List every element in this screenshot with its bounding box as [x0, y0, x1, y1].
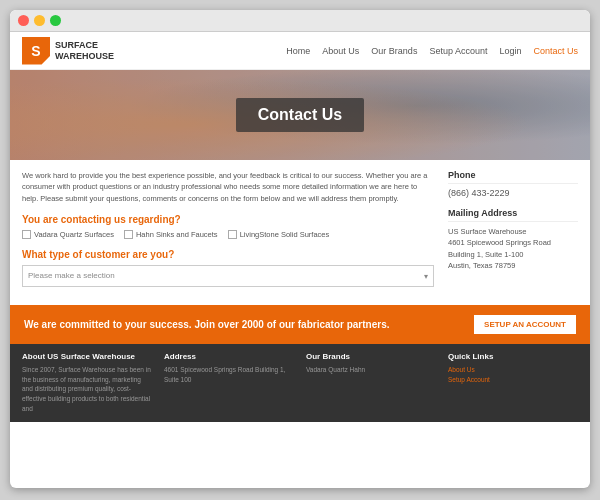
nav-login[interactable]: Login [499, 46, 521, 56]
footer: About US Surface Warehouse Since 2007, S… [10, 344, 590, 422]
footer-about-heading: About US Surface Warehouse [22, 352, 152, 361]
phone-label: Phone [448, 170, 578, 184]
minimize-dot[interactable] [34, 15, 45, 26]
footer-quicklinks-heading: Quick Links [448, 352, 578, 361]
content-right: Phone (866) 433-2229 Mailing Address US … [448, 170, 578, 287]
nav-about[interactable]: About Us [322, 46, 359, 56]
hero-section: Contact Us [10, 70, 590, 160]
nav-brands[interactable]: Our Brands [371, 46, 417, 56]
customer-heading: What type of customer are you? [22, 249, 434, 260]
footer-brands-text: Vadara Quartz Hahn [306, 365, 436, 375]
checkboxes-group: Vadara Quartz Surfaces Hahn Sinks and Fa… [22, 230, 434, 239]
content-left: We work hard to provide you the best exp… [22, 170, 434, 287]
footer-address-text: 4601 Spicewood Springs Road Building 1, … [164, 365, 294, 385]
footer-address-heading: Address [164, 352, 294, 361]
phone-number: (866) 433-2229 [448, 188, 578, 198]
footer-brands-heading: Our Brands [306, 352, 436, 361]
phone-section: Phone (866) 433-2229 [448, 170, 578, 198]
intro-text: We work hard to provide you the best exp… [22, 170, 434, 204]
footer-quicklinks: Quick Links About Us Setup Account [448, 352, 578, 414]
logo[interactable]: S SURFACE WAREHOUSE [22, 37, 114, 65]
checkbox-living-box[interactable] [228, 230, 237, 239]
close-dot[interactable] [18, 15, 29, 26]
maximize-dot[interactable] [50, 15, 61, 26]
customer-select-wrapper: Please make a selection ▾ [22, 265, 434, 287]
address-text: US Surface Warehouse 4601 Spicewood Spri… [448, 226, 578, 271]
footer-quicklinks-text: About Us Setup Account [448, 365, 578, 385]
titlebar [10, 10, 590, 32]
navbar: S SURFACE WAREHOUSE Home About Us Our Br… [10, 32, 590, 70]
regarding-heading: You are contacting us regarding? [22, 214, 434, 225]
nav-home[interactable]: Home [286, 46, 310, 56]
address-section: Mailing Address US Surface Warehouse 460… [448, 208, 578, 271]
main-content: We work hard to provide you the best exp… [10, 160, 590, 297]
logo-text: SURFACE WAREHOUSE [55, 40, 114, 62]
checkbox-vadara-box[interactable] [22, 230, 31, 239]
customer-type-select[interactable]: Please make a selection [22, 265, 434, 287]
address-label: Mailing Address [448, 208, 578, 222]
footer-about: About US Surface Warehouse Since 2007, S… [22, 352, 152, 414]
footer-about-text: Since 2007, Surface Warehouse has been i… [22, 365, 152, 414]
cta-text: We are committed to your success. Join o… [24, 319, 390, 330]
footer-brands: Our Brands Vadara Quartz Hahn [306, 352, 436, 414]
nav-setup[interactable]: Setup Account [429, 46, 487, 56]
browser-window: S SURFACE WAREHOUSE Home About Us Our Br… [10, 10, 590, 488]
nav-links: Home About Us Our Brands Setup Account L… [286, 46, 578, 56]
hero-title: Contact Us [236, 98, 364, 132]
checkbox-hahn-box[interactable] [124, 230, 133, 239]
checkbox-living[interactable]: LivingStone Solid Surfaces [228, 230, 330, 239]
footer-address: Address 4601 Spicewood Springs Road Buil… [164, 352, 294, 414]
checkbox-vadara[interactable]: Vadara Quartz Surfaces [22, 230, 114, 239]
checkbox-hahn[interactable]: Hahn Sinks and Faucets [124, 230, 218, 239]
cta-banner: We are committed to your success. Join o… [10, 305, 590, 344]
setup-account-button[interactable]: SETUP AN ACCOUNT [474, 315, 576, 334]
logo-icon: S [22, 37, 50, 65]
nav-contact[interactable]: Contact Us [533, 46, 578, 56]
